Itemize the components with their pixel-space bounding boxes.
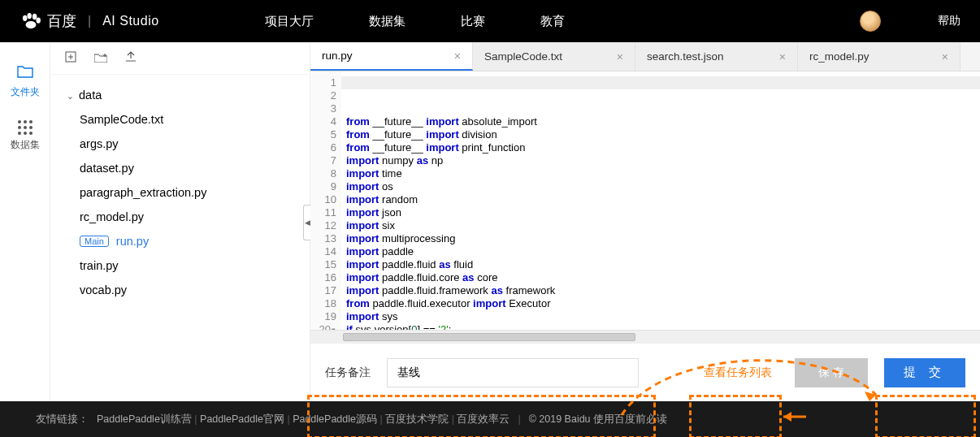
tree-root-label: data bbox=[79, 89, 102, 102]
new-file-icon[interactable] bbox=[65, 51, 76, 65]
close-icon[interactable]: × bbox=[454, 50, 461, 63]
main-nav: 项目大厅 数据集 比赛 教育 bbox=[265, 14, 565, 29]
tree-item[interactable]: rc_model.py bbox=[63, 205, 297, 229]
tree-item-label: train.py bbox=[80, 259, 119, 272]
view-task-list-link[interactable]: 查看任务列表 bbox=[704, 366, 772, 380]
tree-root[interactable]: ⌃data bbox=[63, 83, 297, 107]
file-panel: ⌃data SampleCode.txtargs.pydataset.pypar… bbox=[50, 42, 310, 401]
nav-education[interactable]: 教育 bbox=[540, 14, 565, 29]
logo-sep: | bbox=[88, 14, 91, 28]
logo[interactable]: 百度 | AI Studio bbox=[20, 11, 159, 31]
left-rail: 文件夹 数据集 bbox=[0, 42, 50, 401]
new-folder-icon[interactable] bbox=[94, 52, 107, 65]
svg-point-0 bbox=[23, 15, 28, 21]
nav-competition[interactable]: 比赛 bbox=[461, 14, 485, 29]
tree-item-label: run.py bbox=[116, 235, 149, 248]
tree-item[interactable]: vocab.py bbox=[63, 278, 297, 302]
task-note-input[interactable] bbox=[387, 358, 639, 387]
submit-button[interactable]: 提 交 bbox=[884, 358, 965, 387]
task-note-label: 任务备注 bbox=[325, 366, 371, 380]
main-badge: Main bbox=[80, 236, 109, 247]
h-scrollbar[interactable] bbox=[310, 330, 980, 343]
footer-copyright: © 2019 Baidu 使用百度前必读 bbox=[529, 413, 667, 426]
editor-tab-label: SampleCode.txt bbox=[484, 50, 562, 63]
grid-dots-icon bbox=[15, 120, 35, 135]
svg-point-4 bbox=[26, 21, 37, 28]
tree-item-label: rc_model.py bbox=[80, 210, 144, 223]
help-link[interactable]: 帮助 bbox=[938, 14, 960, 28]
line-gutter: 1234567891011121314151617181920⁃21222324 bbox=[310, 71, 341, 330]
main: 文件夹 数据集 ⌃data SampleCode.txtargs.pydatas… bbox=[0, 42, 980, 401]
folder-icon bbox=[0, 65, 50, 82]
editor-tab[interactable]: SampleCode.txt× bbox=[473, 42, 635, 71]
footer-link[interactable]: PaddlePaddle源码 bbox=[293, 413, 377, 425]
rail-files[interactable]: 文件夹 bbox=[0, 65, 50, 99]
logo-sub: AI Studio bbox=[102, 14, 158, 28]
avatar[interactable] bbox=[860, 11, 881, 32]
nav-projects[interactable]: 项目大厅 bbox=[265, 14, 314, 29]
footer-link[interactable]: 百度效率云 bbox=[457, 413, 510, 425]
close-icon[interactable]: × bbox=[779, 50, 786, 63]
nav-datasets[interactable]: 数据集 bbox=[369, 14, 405, 29]
close-icon[interactable]: × bbox=[942, 50, 948, 63]
rail-dataset-label: 数据集 bbox=[0, 138, 50, 152]
editor-tab-label: run.py bbox=[322, 50, 353, 62]
tree-item[interactable]: train.py bbox=[63, 253, 297, 278]
editor-tab[interactable]: rc_model.py× bbox=[798, 42, 960, 71]
upload-icon[interactable] bbox=[125, 51, 137, 65]
tree-item[interactable]: SampleCode.txt bbox=[63, 107, 297, 132]
baidu-paw-icon bbox=[20, 12, 42, 30]
active-line-highlight bbox=[341, 76, 980, 89]
tree-item-label: args.py bbox=[80, 137, 119, 150]
editor-tab[interactable]: run.py× bbox=[310, 42, 473, 71]
code-editor[interactable]: 1234567891011121314151617181920⁃21222324… bbox=[310, 71, 980, 330]
top-nav: 百度 | AI Studio 项目大厅 数据集 比赛 教育 帮助 bbox=[0, 0, 980, 42]
rail-files-label: 文件夹 bbox=[0, 85, 50, 99]
file-toolbar bbox=[50, 42, 310, 75]
close-icon[interactable]: × bbox=[617, 50, 623, 63]
footer-link[interactable]: PaddlePaddle训练营 bbox=[97, 413, 192, 425]
rail-dataset[interactable]: 数据集 bbox=[0, 120, 50, 152]
editor-panel: ◀ run.py×SampleCode.txt×search.test.json… bbox=[310, 42, 980, 401]
file-tree: ⌃data SampleCode.txtargs.pydataset.pypar… bbox=[50, 75, 310, 310]
panel-collapse-handle[interactable]: ◀ bbox=[303, 205, 310, 240]
editor-tab[interactable]: search.test.json× bbox=[635, 42, 798, 71]
logo-text: 百度 bbox=[47, 11, 76, 31]
tree-item[interactable]: Mainrun.py bbox=[63, 229, 297, 253]
tree-item[interactable]: dataset.py bbox=[63, 156, 297, 180]
tree-item-label: paragraph_extraction.py bbox=[80, 186, 206, 199]
code-body[interactable]: from __future__ import absolute_importfr… bbox=[341, 71, 980, 330]
tree-item[interactable]: paragraph_extraction.py bbox=[63, 180, 297, 205]
svg-point-1 bbox=[27, 13, 32, 19]
footer-prefix: 友情链接： bbox=[36, 413, 89, 426]
footer-link[interactable]: PaddlePaddle官网 bbox=[200, 413, 284, 425]
editor-tab-label: rc_model.py bbox=[809, 50, 869, 63]
chevron-down-icon: ⌃ bbox=[67, 90, 74, 101]
tree-item-label: SampleCode.txt bbox=[80, 113, 163, 126]
footer-link[interactable]: 百度技术学院 bbox=[385, 413, 449, 425]
tree-item[interactable]: args.py bbox=[63, 132, 297, 156]
editor-tab-label: search.test.json bbox=[647, 50, 724, 63]
svg-point-3 bbox=[36, 17, 41, 23]
tree-item-label: vocab.py bbox=[80, 283, 127, 296]
footer: 友情链接： PaddlePaddle训练营 | PaddlePaddle官网 |… bbox=[0, 401, 980, 437]
tree-item-label: dataset.py bbox=[80, 162, 134, 175]
editor-tabs: run.py×SampleCode.txt×search.test.json×r… bbox=[310, 42, 980, 71]
h-scrollbar-thumb[interactable] bbox=[343, 333, 635, 341]
save-button[interactable]: 保 存 bbox=[795, 358, 868, 387]
submit-bar: 任务备注 查看任务列表 保 存 提 交 bbox=[310, 343, 980, 401]
svg-point-2 bbox=[33, 14, 37, 19]
